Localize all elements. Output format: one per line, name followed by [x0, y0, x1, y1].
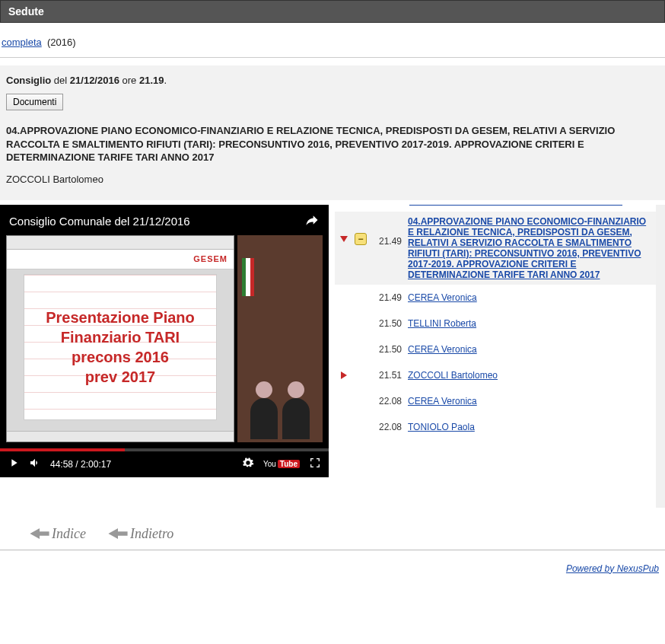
divider	[0, 57, 665, 58]
agenda-list: − 21.49 04.APPROVAZIONE PIANO ECONOMICO-…	[335, 209, 656, 440]
agenda-text: TELLINI Roberta	[408, 318, 651, 329]
agenda-time: 21.51	[370, 370, 408, 381]
divider	[0, 550, 665, 550]
agenda-time: 22.08	[370, 422, 408, 432]
agenda-item[interactable]: 21.51 ZOCCOLI Bartolomeo	[335, 362, 656, 388]
italy-flag-icon	[242, 258, 254, 296]
collapse-icon[interactable]: −	[352, 216, 370, 245]
documenti-button[interactable]: Documenti	[6, 94, 63, 110]
indietro-button[interactable]: Indietro	[107, 526, 173, 542]
agenda-time: 21.50	[370, 344, 408, 355]
session-time: 21.19	[139, 75, 164, 86]
agenda-text: CEREA Veronica	[408, 292, 651, 303]
agenda-item[interactable]: 22.08 CEREA Veronica	[335, 388, 656, 414]
presentation-slide: GESEM Presentazione Piano Finanziario TA…	[6, 235, 234, 442]
scrollbar-thumb[interactable]	[656, 226, 665, 317]
camera-feed	[237, 235, 323, 442]
session-info-box: Consiglio del 21/12/2016 ore 21.19. Docu…	[0, 65, 665, 200]
footer-nav: Indice Indietro	[29, 526, 665, 542]
agenda-item[interactable]: − 21.49 04.APPROVAZIONE PIANO ECONOMICO-…	[335, 212, 656, 285]
video-player[interactable]: Consiglio Comunale del 21/12/2016 GESEM …	[0, 205, 329, 477]
fullscreen-icon[interactable]	[309, 457, 321, 471]
agenda-panel: − 21.49 04.APPROVAZIONE PIANO ECONOMICO-…	[335, 205, 665, 508]
slide-text: Presentazione Piano Finanziario TARI pre…	[46, 308, 195, 387]
session-date: 21/12/2016	[70, 75, 119, 86]
video-titlebar: Consiglio Comunale del 21/12/2016	[0, 205, 329, 234]
session-type: Consiglio	[6, 75, 51, 86]
agenda-text: 04.APPROVAZIONE PIANO ECONOMICO-FINANZIA…	[408, 216, 651, 280]
agenda-text: CEREA Veronica	[408, 396, 651, 406]
volume-icon[interactable]	[29, 457, 41, 471]
slide-brand: GESEM	[193, 254, 228, 263]
current-marker-icon	[336, 371, 352, 379]
breadcrumb-year: (2016)	[47, 37, 76, 48]
agenda-time: 21.50	[370, 318, 408, 329]
video-body: GESEM Presentazione Piano Finanziario TA…	[6, 235, 323, 442]
agenda-title: 04.APPROVAZIONE PIANO ECONOMICO-FINANZIA…	[6, 124, 659, 164]
youtube-icon[interactable]: YouTube	[263, 460, 300, 468]
person-icon	[250, 398, 278, 439]
main-speaker: ZOCCOLI Bartolomeo	[6, 174, 659, 185]
agenda-item[interactable]: 22.08 TONIOLO Paola	[335, 414, 656, 440]
video-controls: 44:58 / 2:00:17 YouTube	[0, 451, 329, 477]
share-icon[interactable]	[304, 212, 320, 230]
divider	[409, 205, 622, 206]
settings-icon[interactable]	[242, 457, 254, 471]
person-icon	[282, 398, 310, 439]
agenda-time: 21.49	[370, 292, 408, 303]
agenda-item[interactable]: 21.50 TELLINI Roberta	[335, 311, 656, 336]
video-title: Consiglio Comunale del 21/12/2016	[9, 215, 190, 228]
expand-arrow-icon[interactable]	[336, 216, 352, 242]
agenda-text: TONIOLO Paola	[408, 422, 651, 432]
agenda-time: 21.49	[370, 216, 408, 247]
powered-link[interactable]: Powered by NexusPub	[566, 563, 659, 574]
indice-button[interactable]: Indice	[29, 526, 86, 542]
powered-by: Powered by NexusPub	[0, 558, 665, 582]
header-title: Sedute	[8, 5, 44, 18]
session-line: Consiglio del 21/12/2016 ore 21.19.	[6, 75, 659, 86]
video-time: 44:58 / 2:00:17	[50, 459, 111, 470]
page-header: Sedute	[0, 0, 665, 23]
agenda-item[interactable]: 21.49 CEREA Veronica	[335, 285, 656, 311]
breadcrumb: completa (2016)	[0, 23, 665, 54]
agenda-text: ZOCCOLI Bartolomeo	[408, 370, 651, 381]
play-icon[interactable]	[8, 457, 20, 471]
agenda-item[interactable]: 21.50 CEREA Veronica	[335, 336, 656, 362]
agenda-text: CEREA Veronica	[408, 344, 651, 355]
agenda-time: 22.08	[370, 396, 408, 406]
breadcrumb-link[interactable]: completa	[2, 37, 42, 48]
content-row: Consiglio Comunale del 21/12/2016 GESEM …	[0, 205, 665, 508]
